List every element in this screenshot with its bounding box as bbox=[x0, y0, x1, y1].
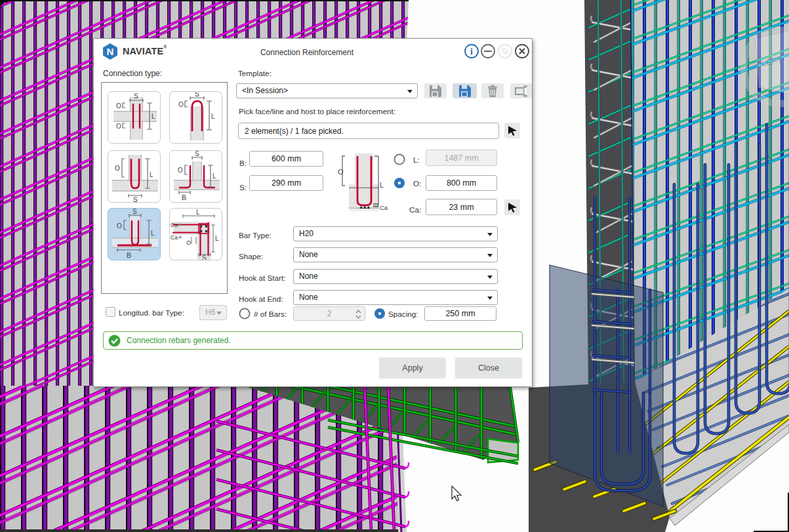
svg-text:O: O bbox=[116, 102, 121, 110]
svg-text:L: L bbox=[380, 181, 384, 189]
svg-text:B: B bbox=[127, 251, 131, 259]
svg-text:L: L bbox=[150, 171, 153, 178]
svg-text:L: L bbox=[215, 235, 219, 242]
svg-text:L: L bbox=[152, 113, 155, 120]
svg-text:O: O bbox=[115, 165, 120, 172]
svg-text:N: N bbox=[107, 46, 114, 57]
svg-text:O: O bbox=[186, 239, 191, 246]
svg-text:O: O bbox=[116, 123, 121, 130]
svg-text:O: O bbox=[117, 222, 122, 230]
svg-text:Ca: Ca bbox=[171, 234, 178, 241]
svg-text:S: S bbox=[195, 151, 199, 157]
svg-text:Ca: Ca bbox=[380, 204, 388, 211]
svg-text:L: L bbox=[212, 173, 216, 180]
svg-text:S: S bbox=[133, 196, 138, 203]
svg-text:S: S bbox=[202, 255, 207, 260]
svg-text:B: B bbox=[182, 194, 186, 201]
svg-text:O: O bbox=[178, 167, 183, 174]
svg-text:i: i bbox=[470, 47, 473, 56]
svg-text:S: S bbox=[134, 92, 138, 100]
svg-text:Ca: Ca bbox=[171, 222, 178, 228]
svg-text:O: O bbox=[338, 168, 344, 176]
svg-text:L: L bbox=[211, 113, 215, 120]
svg-text:S: S bbox=[132, 209, 137, 215]
svg-text:O: O bbox=[178, 101, 184, 108]
svg-text:L: L bbox=[196, 209, 200, 216]
svg-text:S: S bbox=[195, 92, 199, 98]
svg-text:L: L bbox=[151, 230, 155, 237]
